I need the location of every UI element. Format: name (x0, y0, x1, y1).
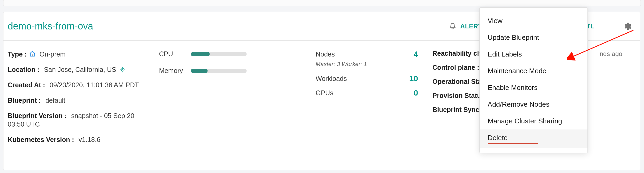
svg-rect-0 (32, 54, 33, 56)
memory-row: Memory (159, 67, 316, 75)
menu-enable-monitors[interactable]: Enable Monitors (480, 79, 587, 96)
menu-edit-labels[interactable]: Edit Labels (480, 46, 587, 63)
menu-maintenance-mode[interactable]: Maintenance Mode (480, 63, 587, 79)
menu-manage-sharing[interactable]: Manage Cluster Sharing (480, 113, 587, 129)
cluster-title[interactable]: demo-mks-from-ova (8, 21, 93, 32)
type-label: Type : (8, 50, 27, 58)
cpu-bar-fill (191, 52, 210, 56)
memory-label: Memory (159, 67, 191, 75)
k8s-value: v1.18.6 (79, 136, 100, 143)
control-plane-label: Control plane : (432, 64, 479, 71)
memory-bar (191, 69, 247, 73)
created-label: Created At : (8, 81, 45, 89)
gear-icon[interactable] (623, 22, 632, 31)
cluster-actions-menu: View Update Blueprint Edit Labels Mainte… (479, 7, 588, 153)
location-label: Location : (8, 66, 39, 73)
previous-card-edge (3, 0, 641, 6)
location-target-icon[interactable] (120, 66, 126, 75)
nodes-label: Nodes (316, 50, 335, 58)
cpu-label: CPU (159, 50, 191, 58)
menu-delete[interactable]: Delete (480, 129, 587, 148)
details-column: Type : On-prem Location : San Jose, Cali… (8, 50, 159, 151)
menu-update-blueprint[interactable]: Update Blueprint (480, 29, 587, 46)
timestamp-peek: nds ago (600, 50, 632, 58)
gpus-value: 0 (414, 88, 418, 97)
gpus-label: GPUs (316, 89, 333, 97)
svg-point-2 (122, 69, 123, 70)
created-value: 09/23/2020, 11:01:38 AM PDT (50, 81, 139, 89)
k8s-label: Kubernetes Version : (8, 136, 74, 143)
menu-view[interactable]: View (480, 12, 587, 29)
counts-column: Nodes 4 Master: 3 Worker: 1 Workloads 10… (316, 50, 432, 151)
blueprint-sync-label: Blueprint Sync : (432, 106, 483, 113)
blueprint-label: Blueprint : (8, 97, 41, 104)
nodes-value: 4 (414, 50, 418, 59)
resources-column: CPU Memory (159, 50, 316, 151)
bell-icon (449, 22, 457, 30)
onprem-icon (29, 50, 36, 57)
workloads-label: Workloads (316, 75, 347, 83)
bpver-label: Blueprint Version : (8, 112, 67, 119)
type-value: On-prem (40, 50, 66, 58)
memory-bar-fill (191, 69, 208, 73)
blueprint-value: default (45, 97, 65, 104)
cpu-row: CPU (159, 50, 316, 58)
location-value: San Jose, California, US (44, 66, 116, 73)
menu-add-remove-nodes[interactable]: Add/Remove Nodes (480, 96, 587, 113)
nodes-breakdown: Master: 3 Worker: 1 (316, 61, 432, 68)
cpu-bar (191, 52, 247, 56)
workloads-value: 10 (409, 74, 418, 83)
